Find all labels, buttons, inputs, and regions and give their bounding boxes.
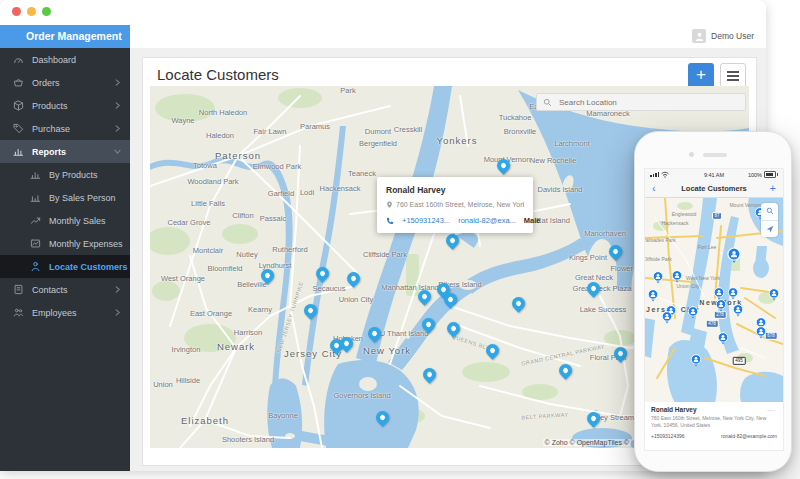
more-options-button[interactable]: ... (767, 405, 776, 412)
phone-customer-panel: Ronald Harvey ... 760 East 160th Street,… (645, 402, 783, 451)
phone-map-pin[interactable] (728, 287, 739, 300)
phone-search-button[interactable] (761, 203, 778, 221)
sidebar-item-monthly-expenses[interactable]: Monthly Expenses (0, 232, 130, 255)
customer-map-pin[interactable] (368, 327, 381, 340)
back-chevron-icon[interactable]: ‹ (652, 180, 656, 197)
location-pin-icon (386, 201, 393, 208)
popup-phone-link[interactable]: +150931243... (402, 216, 450, 225)
customer-map-pin[interactable] (587, 412, 600, 425)
phone-add-button[interactable]: + (770, 180, 776, 196)
window-titlebar (0, 0, 766, 25)
popup-customer-name: Ronald Harvey (386, 185, 524, 195)
phone-nav-bar: ‹ Locate Customers + (645, 180, 783, 198)
sidebar-item-label: Reports (32, 147, 66, 157)
phone-map-controls (761, 203, 778, 237)
battery-icon (764, 171, 778, 178)
highway-shield: 678 (765, 332, 778, 340)
chevron-right-icon (114, 309, 121, 316)
sidebar-item-orders[interactable]: Orders (0, 71, 130, 94)
sidebar-item-by-sales-person[interactable]: By Sales Person (0, 186, 130, 209)
popup-email-link[interactable]: ronald-82@exa... (458, 216, 516, 225)
customer-map-pin[interactable] (512, 297, 525, 310)
customer-map-pin[interactable] (422, 318, 435, 331)
customer-map-pin[interactable] (316, 267, 329, 280)
page-title: Locate Customers (157, 66, 279, 83)
search-icon (766, 207, 774, 215)
customer-map-pin[interactable] (418, 290, 431, 303)
locate-customer-icon (30, 261, 41, 272)
customer-map-pin[interactable] (304, 304, 317, 317)
phone-customer-phone[interactable]: +15093124396 (651, 433, 685, 439)
zoom-button[interactable] (42, 7, 51, 16)
sidebar-item-label: Dashboard (32, 55, 76, 65)
sidebar-item-label: Employees (32, 308, 77, 318)
customer-map-pin[interactable] (446, 234, 459, 247)
sidebar-item-label: Monthly Sales (49, 216, 106, 226)
search-input[interactable] (557, 97, 739, 108)
customer-map-pin[interactable] (497, 159, 510, 172)
app-title: Order Management (0, 25, 130, 48)
phone-map-pin[interactable] (733, 304, 744, 317)
menu-icon (727, 71, 739, 73)
customer-map-pin[interactable] (340, 337, 353, 350)
search-icon (543, 98, 552, 107)
phone-icon (386, 217, 394, 225)
sidebar-item-label: By Sales Person (49, 193, 116, 203)
phone-map-pin[interactable] (653, 271, 664, 284)
customer-map-pin[interactable] (609, 245, 622, 258)
phone-speaker-icon (703, 153, 727, 157)
chevron-right-icon (114, 102, 121, 109)
popup-gender: Male (524, 216, 541, 225)
sidebar-item-employees[interactable]: Employees (0, 301, 130, 324)
phone-map-pin[interactable] (688, 306, 699, 319)
phone-customer-email[interactable]: ronald-82@example.com (721, 433, 777, 439)
phone-map-pin[interactable] (648, 289, 659, 302)
sidebar-item-products[interactable]: Products (0, 94, 130, 117)
phone-map-pin[interactable] (662, 311, 673, 324)
phone-map-pin[interactable] (756, 326, 767, 339)
highway-shield: 87 (712, 212, 722, 220)
expense-chart-icon (30, 238, 41, 249)
customer-map-pin[interactable] (587, 282, 600, 295)
employees-icon (13, 307, 24, 318)
customer-map-pin[interactable] (447, 322, 460, 335)
contacts-icon (13, 284, 24, 295)
user-name: Demo User (711, 31, 754, 41)
minimize-button[interactable] (27, 7, 36, 16)
customer-map-pin[interactable] (347, 272, 360, 285)
phone-map-pin[interactable] (716, 299, 727, 312)
close-button[interactable] (12, 7, 21, 16)
customer-map-pin[interactable] (486, 344, 499, 357)
user-menu[interactable]: Demo User (692, 29, 754, 43)
phone-map-pin[interactable] (769, 288, 780, 301)
phone-map-pin[interactable] (672, 270, 683, 283)
sidebar-item-monthly-sales[interactable]: Monthly Sales (0, 209, 130, 232)
map-search-box (536, 93, 746, 111)
customer-map-pin[interactable] (614, 347, 627, 360)
phone-customer-address: 760 East 160th Street, Melrose, New York… (651, 415, 777, 429)
sidebar-item-contacts[interactable]: Contacts (0, 278, 130, 301)
phone-camera-icon (689, 152, 694, 157)
phone-map[interactable]: Mount VernonEnglewoodHackensackFort LeeP… (645, 198, 783, 402)
customer-map-pin[interactable] (423, 368, 436, 381)
phone-mockup: 9:41 AM 100% ‹ Locate Customers + (634, 131, 792, 472)
purchase-icon (13, 123, 24, 134)
phone-map-pin[interactable] (691, 354, 702, 367)
phone-locate-button[interactable] (761, 221, 778, 238)
chevron-right-icon (114, 79, 121, 86)
signal-icon (650, 172, 659, 177)
sidebar-item-locate-customers[interactable]: Locate Customers (0, 255, 130, 278)
customer-map-pin[interactable] (261, 269, 274, 282)
phone-map-pin[interactable] (727, 247, 741, 264)
customer-popup: Ronald Harvey 760 East 160th Street, Mel… (377, 177, 533, 233)
sidebar-item-by-products[interactable]: By Products (0, 163, 130, 186)
customer-map-pin[interactable] (559, 364, 572, 377)
phone-map-pin[interactable] (718, 332, 729, 345)
customer-map-pin[interactable] (376, 411, 389, 424)
phone-customer-name: Ronald Harvey (651, 406, 777, 413)
sidebar-item-dashboard[interactable]: Dashboard (0, 48, 130, 71)
sidebar-item-purchase[interactable]: Purchase (0, 117, 130, 140)
customer-map-pin[interactable] (444, 293, 457, 306)
sidebar-item-reports[interactable]: Reports (0, 140, 130, 163)
sidebar-item-label: Locate Customers (49, 262, 128, 272)
